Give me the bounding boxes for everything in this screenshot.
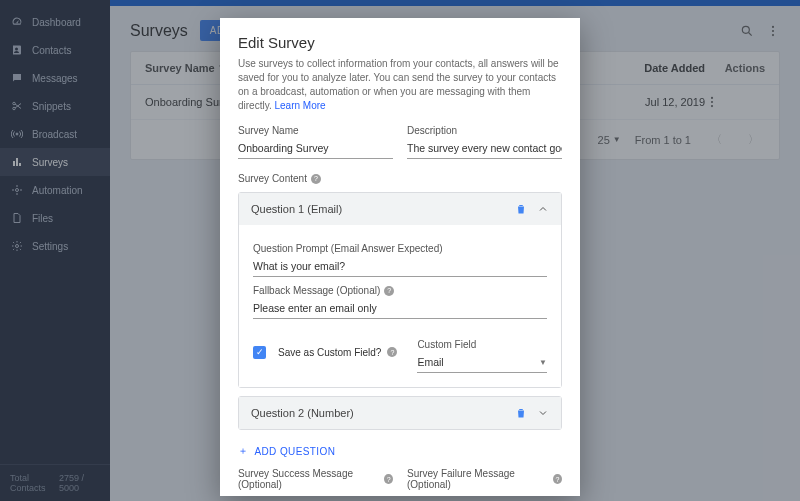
question-card-2: Question 2 (Number) xyxy=(238,396,562,430)
question-card-1: Question 1 (Email) Question Prompt (Emai… xyxy=(238,192,562,388)
save-custom-field-checkbox[interactable]: ✓ xyxy=(253,346,266,359)
modal-title: Edit Survey xyxy=(238,34,562,51)
modal-overlay[interactable]: Edit Survey Use surveys to collect infor… xyxy=(0,0,800,501)
q1-fallback-label: Fallback Message (Optional) ? xyxy=(253,285,547,296)
question-2-header[interactable]: Question 2 (Number) xyxy=(239,397,561,429)
edit-survey-modal: Edit Survey Use surveys to collect infor… xyxy=(220,18,580,496)
q1-prompt-label: Question Prompt (Email Answer Expected) xyxy=(253,243,547,254)
modal-description: Use surveys to collect information from … xyxy=(238,57,562,113)
survey-name-input[interactable] xyxy=(238,138,393,159)
help-icon[interactable]: ? xyxy=(311,174,321,184)
survey-desc-input[interactable] xyxy=(407,138,562,159)
help-icon[interactable]: ? xyxy=(384,474,393,484)
chevron-up-icon xyxy=(537,203,549,215)
q1-fallback-input[interactable] xyxy=(253,298,547,319)
delete-icon[interactable] xyxy=(515,407,527,419)
custom-field-label: Custom Field xyxy=(417,339,547,350)
success-msg-label: Survey Success Message (Optional) ? xyxy=(238,468,393,490)
q1-prompt-input[interactable] xyxy=(253,256,547,277)
failure-msg-label: Survey Failure Message (Optional) ? xyxy=(407,468,562,490)
help-icon[interactable]: ? xyxy=(384,286,394,296)
survey-content-label: Survey Content ? xyxy=(238,173,562,184)
help-icon[interactable]: ? xyxy=(553,474,562,484)
chevron-down-icon xyxy=(537,407,549,419)
add-question-button[interactable]: ＋ ADD QUESTION xyxy=(238,438,562,462)
help-icon[interactable]: ? xyxy=(387,347,397,357)
custom-field-select[interactable]: Email ▼ xyxy=(417,352,547,373)
save-cf-label: Save as Custom Field? xyxy=(278,347,381,358)
survey-desc-label: Description xyxy=(407,125,562,136)
learn-more-link[interactable]: Learn More xyxy=(275,100,326,111)
success-msg-input[interactable] xyxy=(238,492,393,496)
survey-name-label: Survey Name xyxy=(238,125,393,136)
question-1-header[interactable]: Question 1 (Email) xyxy=(239,193,561,225)
chevron-down-icon: ▼ xyxy=(539,358,547,367)
failure-msg-input[interactable] xyxy=(407,492,562,496)
plus-icon: ＋ xyxy=(238,444,248,458)
delete-icon[interactable] xyxy=(515,203,527,215)
